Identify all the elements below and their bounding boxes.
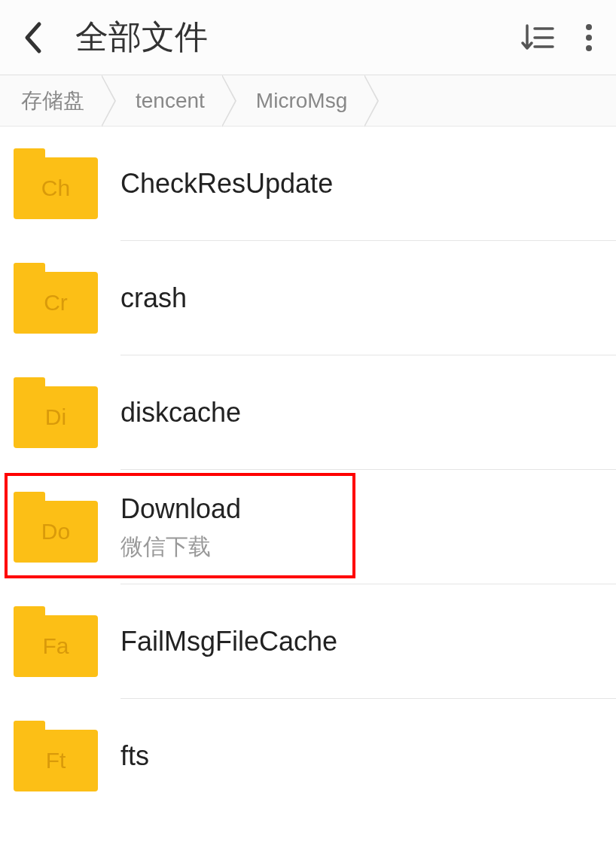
folder-label: Do	[41, 519, 70, 544]
back-button[interactable]	[23, 21, 53, 54]
breadcrumb-label: MicroMsg	[256, 89, 347, 113]
folder-label: Fa	[42, 633, 69, 659]
breadcrumb: 存储盘 tencent MicroMsg	[0, 75, 616, 127]
file-item-download[interactable]: Do Download 微信下载	[0, 470, 616, 584]
more-button[interactable]	[584, 21, 593, 54]
file-info: crash	[120, 281, 602, 316]
page-title: 全部文件	[75, 15, 521, 59]
file-info: Download 微信下载	[120, 492, 602, 563]
file-name: FailMsgFileCache	[120, 624, 602, 660]
sort-icon	[521, 23, 554, 53]
file-info: FailMsgFileCache	[120, 624, 602, 660]
file-list: Ch CheckResUpdate Cr crash Di diskcache …	[0, 127, 616, 813]
folder-label: Cr	[44, 290, 68, 316]
more-icon	[584, 21, 593, 54]
header-actions	[521, 21, 593, 54]
folder-label: Ft	[46, 748, 66, 773]
folder-icon: Cr	[14, 263, 98, 334]
file-name: fts	[120, 739, 602, 774]
breadcrumb-label: tencent	[136, 89, 205, 113]
file-name: CheckResUpdate	[120, 166, 602, 202]
folder-icon: Di	[14, 377, 98, 448]
file-item-crash[interactable]: Cr crash	[0, 241, 616, 355]
svg-point-5	[586, 45, 592, 51]
folder-icon: Ch	[14, 148, 98, 219]
file-name: Download	[120, 492, 602, 527]
file-info: fts	[120, 739, 602, 774]
header: 全部文件	[0, 0, 616, 75]
file-item-failmsgfilecache[interactable]: Fa FailMsgFileCache	[0, 584, 616, 699]
file-info: diskcache	[120, 395, 602, 431]
svg-point-3	[586, 24, 592, 30]
file-item-checkresupdate[interactable]: Ch CheckResUpdate	[0, 127, 616, 241]
file-name: crash	[120, 281, 602, 316]
folder-icon: Do	[14, 492, 98, 563]
breadcrumb-item-tencent[interactable]: tencent	[105, 75, 226, 126]
file-item-diskcache[interactable]: Di diskcache	[0, 355, 616, 470]
breadcrumb-item-micromsg[interactable]: MicroMsg	[226, 75, 368, 126]
breadcrumb-label: 存储盘	[21, 87, 84, 115]
file-subtitle: 微信下载	[120, 532, 602, 563]
back-icon	[23, 21, 42, 54]
breadcrumb-item-storage[interactable]: 存储盘	[14, 75, 105, 126]
folder-icon: Fa	[14, 606, 98, 677]
folder-icon: Ft	[14, 721, 98, 791]
file-item-fts[interactable]: Ft fts	[0, 699, 616, 813]
sort-button[interactable]	[521, 23, 554, 53]
folder-label: Di	[45, 404, 66, 430]
file-name: diskcache	[120, 395, 602, 431]
svg-point-4	[586, 35, 592, 41]
folder-label: Ch	[41, 175, 70, 201]
file-info: CheckResUpdate	[120, 166, 602, 202]
